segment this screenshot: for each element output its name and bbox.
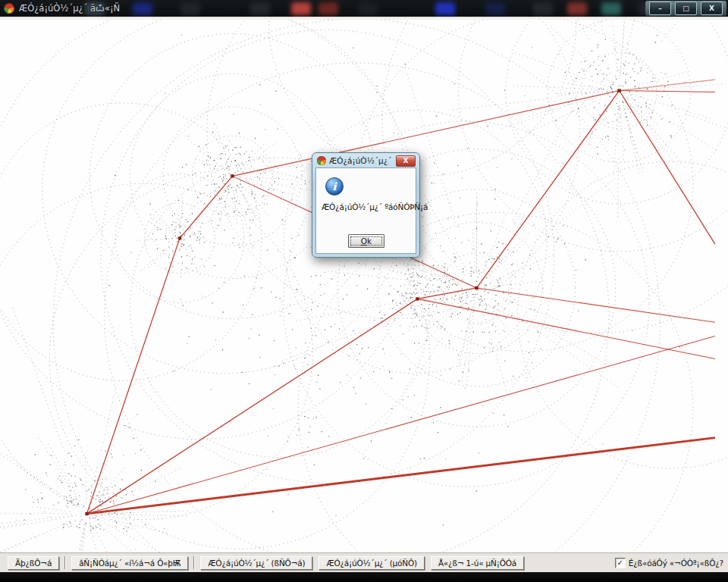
taskbar-icon-blob [250,2,270,15]
dialog-app-icon [317,156,326,165]
maximize-button[interactable]: □ [675,2,697,15]
drawing-canvas[interactable] [0,20,728,552]
ok-button[interactable]: Ok [348,234,384,248]
draw-circles-label: É¿ß«óáÔý «¬ÓÒª¡«ßÔ¿? [629,559,723,568]
taskbar-icon-blob [567,2,587,15]
dialog-title: ÆÓ¿á¡úÒ½´µ¿´ äÑ... [329,156,393,165]
taskbar-icon-blob [358,2,378,15]
dialog-body: i ÆÓ¿á¡úÒ½´µ¿´ ºáóÑÓÞÑ¡á Ok [315,167,416,254]
taskbar-icon-blob [601,2,621,15]
message-dialog: ÆÓ¿á¡úÒ½´µ¿´ äÑ... X i ÆÓ¿á¡úÒ½´µ¿´ ºáóÑ… [312,152,420,258]
app-icon [4,3,14,14]
bottom-screen-strip [0,572,728,582]
draw-circles-checkbox[interactable]: ✓ [615,558,626,568]
close-button[interactable]: X [701,2,723,15]
generate-point-cloud-button[interactable]: âÑ¡ÑÓáµ¿´ «í½á¬á Ô«þѬ [71,556,188,570]
taskbar-icon-blob [133,2,152,15]
app-window: ÆÓ¿á¡úÒ½´µ¿´ äѽ«¡Ñ – □ X ÆÓ¿á¡úÒ½´µ¿´ äÑ… [0,0,728,582]
triangulation-mesh-button[interactable]: ÆÓ¿á¡úÒ½´µ¿´ (ßÑÔ¬á) [200,556,312,570]
window-title: ÆÓ¿á¡úÒ½´µ¿´ äѽ«¡Ñ [19,3,120,14]
dialog-titlebar[interactable]: ÆÓ¿á¡úÒ½´µ¿´ äÑ... X [315,153,416,167]
taskbar-icon-blob [435,2,455,15]
toolbar-divider [64,556,66,569]
bottom-toolbar: Äþ¿ßÔ¬á âÑ¡ÑÓáµ¿´ «í½á¬á Ô«þѬ ÆÓ¿á¡úÒ½´µ… [0,552,728,572]
window-controls: – □ X [645,1,726,16]
taskbar-icon-blob [180,2,200,15]
clear-button[interactable]: Äþ¿ßÔ¬á [8,556,59,570]
info-icon: i [325,177,344,196]
taskbar-icon-blob [318,2,338,15]
find-first-center-button[interactable]: Å«¿ß¬ 1-ú« µÑ¡ÔÓá [431,556,524,570]
minimize-button[interactable]: – [649,2,671,15]
taskbar-icon-blob [533,2,553,15]
taskbar-icon-blob [485,2,505,15]
dialog-close-icon[interactable]: X [396,155,416,167]
dialog-message: ÆÓ¿á¡úÒ½´µ¿´ ºáóÑÓÞÑ¡á [322,202,428,211]
triangulation-color-button[interactable]: ÆÓ¿á¡úÒ½´µ¿´ (µóÑÔ) [318,556,425,570]
taskbar-icon-blob [291,2,311,15]
toolbar-divider [193,556,195,569]
draw-circles-checkbox-group: ✓ É¿ß«óáÔý «¬ÓÒª¡«ßÔ¿? [615,558,723,568]
triangulation-plot[interactable] [0,20,728,552]
window-titlebar: ÆÓ¿á¡úÒ½´µ¿´ äѽ«¡Ñ – □ X [0,0,728,17]
